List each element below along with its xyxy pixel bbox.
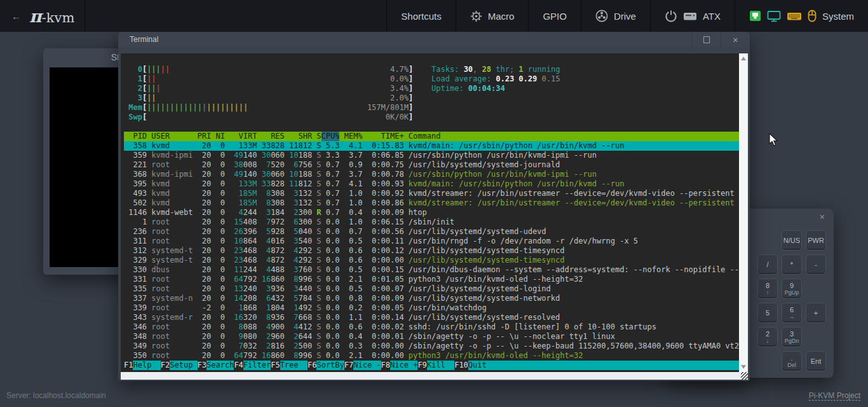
keypad-key-3[interactable]: 3PgDn bbox=[782, 327, 802, 347]
scroll-down-icon[interactable] bbox=[741, 365, 746, 369]
process-row-368[interactable]: 368kvmd-ipmi200491403006010188S0.73.70:0… bbox=[124, 170, 739, 179]
logo-rest: -kvm bbox=[42, 10, 75, 25]
back-arrow[interactable]: ← bbox=[11, 11, 21, 22]
column-header-user[interactable]: USER bbox=[147, 132, 193, 141]
keypad-key-Ent[interactable]: Ent bbox=[806, 351, 826, 371]
column-header-s[interactable]: S bbox=[312, 132, 321, 141]
fn-key-F7[interactable]: F7Nice - bbox=[344, 361, 381, 370]
process-row-329[interactable]: 329systemd-t2002346848724292S0.00.60:00.… bbox=[124, 256, 739, 265]
process-row-1146[interactable]: 1146kvmd-webt200424431842300R0.70.40:00.… bbox=[124, 208, 739, 217]
fn-key-F1[interactable]: F1Help bbox=[124, 361, 161, 370]
process-row-331[interactable]: 331root20064792168608996S0.02.10:01.05py… bbox=[124, 275, 739, 284]
terminal-screen: 0[|||||4.7%]1[||0.0%]2[|||3.4%]3[||2.0%]… bbox=[121, 53, 739, 372]
info-block: Tasks: 30, 28 thr; 1 runningLoad average… bbox=[431, 65, 560, 93]
meter-3: 3[||2.0%] bbox=[124, 93, 413, 103]
scroll-up-icon[interactable] bbox=[741, 57, 746, 60]
process-table: PIDUSERPRINIVIRTRESSHRSCPU%MEM%TIME+Comm… bbox=[124, 132, 739, 370]
terminal-titlebar[interactable]: Terminal × bbox=[118, 32, 750, 47]
nav-item-gpio[interactable]: GPIO bbox=[528, 0, 581, 32]
nav-item-atx[interactable]: ATX bbox=[650, 0, 735, 32]
process-row-358[interactable]: 358kvmd200133M3382811812S5.34.10:15.83kv… bbox=[124, 141, 739, 151]
process-row-350[interactable]: 350root20064792168608996S0.02.10:00.00py… bbox=[124, 351, 739, 361]
column-header-res[interactable]: RES bbox=[257, 132, 284, 141]
fn-key-F10[interactable]: F10Quit bbox=[454, 361, 496, 370]
close-icon[interactable]: × bbox=[820, 212, 825, 221]
logo-pi: π bbox=[29, 6, 42, 26]
column-header-shr[interactable]: SHR bbox=[285, 132, 312, 141]
fn-key-F2[interactable]: F2Setup bbox=[161, 361, 198, 370]
meter-Swp: Swp[0K/0K] bbox=[124, 113, 413, 122]
keypad-key-/[interactable]: / bbox=[757, 254, 778, 275]
column-header-cmd[interactable]: Command bbox=[404, 132, 739, 141]
resize-grip[interactable] bbox=[741, 372, 749, 380]
process-row-343[interactable]: 343systemd-r2001632089367668S0.01.10:00.… bbox=[124, 313, 739, 322]
keypad-key-N/US[interactable]: N/US bbox=[782, 230, 802, 251]
nav-item-macro[interactable]: Macro bbox=[456, 0, 529, 32]
keypad-key-PWR[interactable]: PWR bbox=[806, 230, 826, 251]
keypad-key-9[interactable]: 9PgUp bbox=[782, 279, 802, 299]
column-header-ni[interactable]: NI bbox=[211, 132, 225, 141]
fn-key-F8[interactable]: F8Nice + bbox=[381, 361, 418, 370]
process-row-339[interactable]: 339root-20186818041492S0.00.20:00.05/usr… bbox=[124, 303, 739, 313]
nav-item-label: Shortcuts bbox=[401, 11, 441, 22]
column-header-cpu[interactable]: CPU% bbox=[322, 132, 340, 141]
process-row-359[interactable]: 359kvmd-ipmi200491403006010188S3.33.70:0… bbox=[124, 151, 739, 160]
column-header-pid[interactable]: PID bbox=[124, 132, 147, 141]
fn-key-F5[interactable]: F5Tree bbox=[271, 361, 308, 370]
process-row-236[interactable]: 236root2002639659285040S0.00.70:00.56/us… bbox=[124, 227, 739, 237]
fn-key-F6[interactable]: F6SortBy bbox=[308, 361, 344, 370]
keypad-key-+[interactable]: + bbox=[806, 303, 826, 323]
maximize-button[interactable] bbox=[691, 32, 721, 47]
keypad-key-5[interactable]: 5 bbox=[757, 303, 778, 323]
process-row-395[interactable]: 395kvmd200133M3382811812S0.74.10:00.93kv… bbox=[124, 179, 739, 189]
keypad-key-6[interactable]: 6→ bbox=[782, 303, 802, 323]
terminal-title: Terminal bbox=[118, 35, 691, 44]
fan-icon bbox=[595, 10, 608, 22]
process-row-493[interactable]: 493kvmd200185M83083132S0.71.00:00.92kvmd… bbox=[124, 189, 739, 198]
column-header-mem[interactable]: MEM% bbox=[339, 132, 362, 141]
process-row-1[interactable]: 1root2001540879726300S0.01.00:06.15/sbin… bbox=[124, 217, 739, 227]
fn-bar: F1HelpF2SetupF3SearchF4FilterF5TreeF6Sor… bbox=[124, 361, 739, 370]
column-header-pri[interactable]: PRI bbox=[193, 132, 211, 141]
keypad-key-.[interactable]: .Del bbox=[782, 351, 802, 371]
keypad-key-*[interactable]: * bbox=[782, 254, 802, 275]
info-line-1: Load average: 0.23 0.29 0.15 bbox=[431, 74, 560, 84]
process-row-348[interactable]: 348root200908029602644S0.00.40:00.01/sbi… bbox=[124, 332, 739, 341]
nav-item-label: Drive bbox=[614, 11, 636, 22]
nav-item-shortcuts[interactable]: Shortcuts bbox=[386, 0, 455, 32]
fn-key-F4[interactable]: F4Filter bbox=[234, 361, 271, 370]
process-row-346[interactable]: 346root200808849004412S0.00.60:00.02sshd… bbox=[124, 322, 739, 332]
process-row-349[interactable]: 349root200703228162500S0.00.30:00.00/sbi… bbox=[124, 341, 739, 351]
meter-0: 0[|||||4.7%] bbox=[124, 65, 413, 74]
meter-Mem: Mem[||||||||||||||||||||||157M/801M] bbox=[124, 103, 413, 113]
ethernet-icon bbox=[749, 10, 761, 22]
process-header: PIDUSERPRINIVIRTRESSHRSCPU%MEM%TIME+Comm… bbox=[124, 132, 739, 141]
maximize-icon bbox=[703, 36, 710, 43]
process-row-502[interactable]: 502kvmd200185M83083132S0.71.00:00.86kvmd… bbox=[124, 198, 739, 208]
keypad-key-2[interactable]: 2↓ bbox=[757, 327, 778, 347]
close-button[interactable]: × bbox=[721, 32, 750, 47]
keypad-key-8[interactable]: 8↑ bbox=[757, 279, 778, 299]
process-row-311[interactable]: 311root2001086440163540S0.00.50:00.11/us… bbox=[124, 237, 739, 246]
fn-key-F3[interactable]: F3Search bbox=[198, 361, 234, 370]
nav-item-system[interactable]: System bbox=[735, 0, 868, 32]
process-row-335[interactable]: 335root2001324039363440S0.00.50:00.07/us… bbox=[124, 284, 739, 294]
nav-item-label: Macro bbox=[488, 11, 515, 22]
nav-item-drive[interactable]: Drive bbox=[581, 0, 650, 32]
keypad-key--[interactable]: - bbox=[806, 254, 826, 275]
fn-key-F9[interactable]: F9Kill bbox=[417, 361, 454, 370]
process-row-337[interactable]: 337systemd-n2001420864325784S0.00.80:00.… bbox=[124, 294, 739, 303]
column-header-time[interactable]: TIME+ bbox=[363, 132, 404, 141]
process-rows: 358kvmd200133M3382811812S5.34.10:15.83kv… bbox=[124, 141, 739, 361]
pikvm-logo: π-kvm bbox=[29, 6, 74, 26]
info-line-2: Uptime: 00:04:34 bbox=[431, 84, 560, 93]
column-header-virt[interactable]: VIRT bbox=[225, 132, 257, 141]
terminal-scrollbar[interactable] bbox=[739, 53, 748, 372]
power-icon bbox=[665, 10, 677, 22]
process-row-330[interactable]: 330dbus2001124444883760S0.00.50:00.15/us… bbox=[124, 265, 739, 275]
process-row-312[interactable]: 312systemd-t2002346848724292S0.00.60:00.… bbox=[124, 246, 739, 256]
process-row-221[interactable]: 221root2003800875206756S0.70.90:00.75/us… bbox=[124, 160, 739, 170]
mouse-cursor bbox=[769, 133, 779, 149]
keyboard-icon bbox=[787, 11, 802, 22]
pikvm-project-link[interactable]: Pi-KVM Project bbox=[809, 391, 860, 401]
